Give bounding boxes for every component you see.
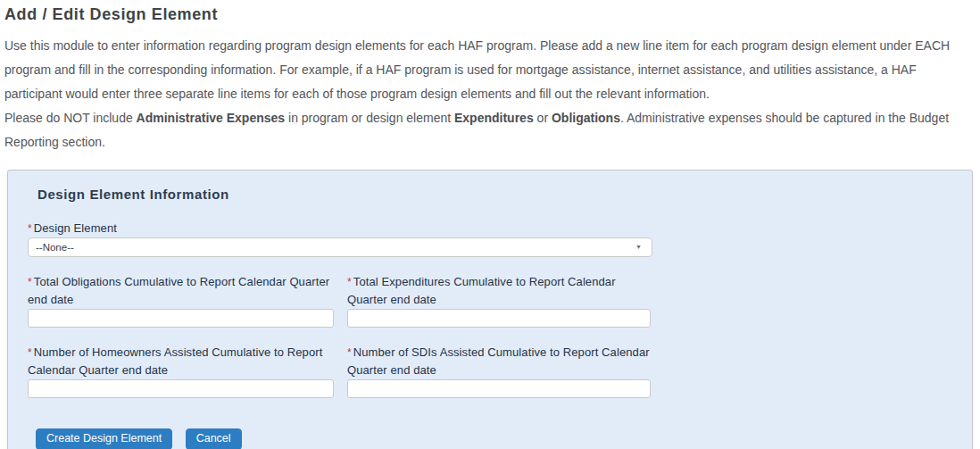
total-expenditures-field: *Total Expenditures Cumulative to Report… <box>347 273 651 328</box>
cancel-button[interactable]: Cancel <box>186 428 242 449</box>
note-bold-administrative-expenses: Administrative Expenses <box>137 111 286 125</box>
page: Add / Edit Design Element Use this modul… <box>0 4 980 449</box>
required-asterisk: * <box>347 346 352 359</box>
create-design-element-button[interactable]: Create Design Element <box>36 428 172 449</box>
field-label-text: Number of SDIs Assisted Cumulative to Re… <box>347 345 650 377</box>
field-label-text: Design Element <box>34 221 117 235</box>
sdis-assisted-field: *Number of SDIs Assisted Cumulative to R… <box>347 344 651 398</box>
total-obligations-label: *Total Obligations Cumulative to Report … <box>28 273 336 308</box>
intro-text: Use this module to enter information reg… <box>4 34 976 106</box>
design-element-select[interactable]: --None-- ▼ <box>28 237 652 257</box>
required-asterisk: * <box>28 276 32 288</box>
fields-row-1: *Total Obligations Cumulative to Report … <box>28 273 972 328</box>
note-bold-expenditures: Expenditures <box>454 111 534 125</box>
homeowners-assisted-input[interactable] <box>28 379 334 398</box>
select-selected-value: --None-- <box>36 242 74 253</box>
required-asterisk: * <box>347 276 352 288</box>
field-label-text: Number of Homeowners Assisted Cumulative… <box>28 345 322 377</box>
page-title: Add / Edit Design Element <box>4 4 976 25</box>
button-row: Create Design Element Cancel <box>36 428 972 449</box>
homeowners-assisted-field: *Number of Homeowners Assisted Cumulativ… <box>28 344 336 398</box>
field-label-text: Total Obligations Cumulative to Report C… <box>28 275 329 306</box>
total-obligations-input[interactable] <box>28 309 334 328</box>
design-element-information-panel: Design Element Information *Design Eleme… <box>7 170 973 449</box>
note-segment: or <box>534 111 552 125</box>
design-element-label: *Design Element <box>28 220 972 237</box>
section-title: Design Element Information <box>37 186 972 203</box>
note-text: Please do NOT include Administrative Exp… <box>4 106 976 154</box>
sdis-assisted-label: *Number of SDIs Assisted Cumulative to R… <box>347 344 651 378</box>
required-asterisk: * <box>28 346 32 359</box>
field-label-text: Total Expenditures Cumulative to Report … <box>347 275 616 306</box>
homeowners-assisted-label: *Number of Homeowners Assisted Cumulativ… <box>28 344 336 378</box>
chevron-down-icon: ▼ <box>635 244 642 250</box>
required-asterisk: * <box>28 222 32 235</box>
design-element-field: *Design Element --None-- ▼ <box>28 220 972 257</box>
total-expenditures-input[interactable] <box>347 309 651 328</box>
note-segment: in program or design element <box>285 111 454 125</box>
fields-row-2: *Number of Homeowners Assisted Cumulativ… <box>28 344 972 398</box>
sdis-assisted-input[interactable] <box>347 379 651 398</box>
total-obligations-field: *Total Obligations Cumulative to Report … <box>28 273 336 328</box>
note-bold-obligations: Obligations <box>552 111 620 125</box>
total-expenditures-label: *Total Expenditures Cumulative to Report… <box>347 273 651 308</box>
note-segment: Please do NOT include <box>4 111 137 125</box>
